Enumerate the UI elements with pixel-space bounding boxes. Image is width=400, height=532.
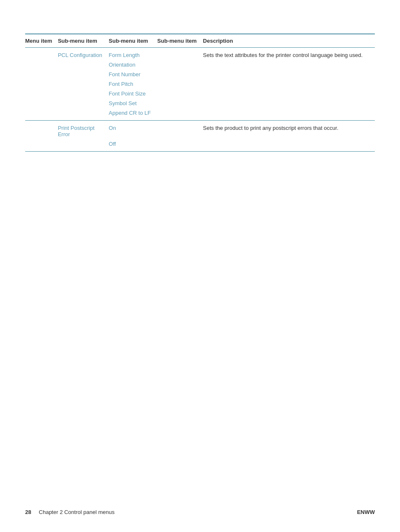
font-number-label: Font Number: [109, 71, 140, 77]
table-row: PCL Configuration Form Length Sets the t…: [25, 48, 375, 60]
symbol-set-label: Symbol Set: [109, 100, 136, 106]
col-sub-menu-1: Sub-menu item: [58, 34, 109, 48]
page-number: 28: [25, 509, 31, 515]
sub-menu1-cell: [58, 89, 109, 98]
sub-menu1-cell: Print PostscriptError: [58, 121, 109, 139]
page-footer: 28 Chapter 2 Control panel menus ENWW: [25, 509, 375, 515]
sub-menu2-cell: Off: [109, 139, 157, 152]
sub-menu2-cell: Font Point Size: [109, 89, 157, 98]
description-cell: Sets the product to print any postscript…: [203, 121, 375, 139]
menu-item-cell: [25, 139, 58, 152]
sub-menu1-cell: [58, 139, 109, 152]
sub-menu1-cell: [58, 79, 109, 89]
sub-menu3-cell: [157, 98, 203, 108]
print-postscript-label: Print PostscriptError: [58, 125, 94, 137]
table-row: Font Pitch: [25, 79, 375, 89]
sub-menu1-cell: [58, 60, 109, 70]
description-cell: [203, 89, 375, 98]
table-wrapper: Menu item Sub-menu item Sub-menu item Su…: [25, 34, 375, 152]
sub-menu1-cell: [58, 98, 109, 108]
col-menu-item: Menu item: [25, 34, 58, 48]
col-sub-menu-3: Sub-menu item: [157, 34, 203, 48]
menu-item-cell: [25, 108, 58, 121]
sub-menu3-cell: [157, 139, 203, 152]
menu-item-cell: [25, 79, 58, 89]
sub-menu3-cell: [157, 79, 203, 89]
table-row: Font Point Size: [25, 89, 375, 98]
sub-menu2-cell: Append CR to LF: [109, 108, 157, 121]
sub-menu1-cell: [58, 70, 109, 79]
description-cell: [203, 108, 375, 121]
sub-menu3-cell: [157, 89, 203, 98]
sub-menu2-cell: Symbol Set: [109, 98, 157, 108]
sub-menu1-cell: PCL Configuration: [58, 48, 109, 60]
sub-menu3-cell: [157, 108, 203, 121]
menu-item-cell: [25, 121, 58, 139]
sub-menu2-cell: Font Pitch: [109, 79, 157, 89]
main-table: Menu item Sub-menu item Sub-menu item Su…: [25, 34, 375, 152]
description-cell: [203, 98, 375, 108]
sub-menu2-cell: Form Length: [109, 48, 157, 60]
sub-menu1-cell: [58, 108, 109, 121]
off-label: Off: [109, 141, 116, 147]
sub-menu3-cell: [157, 60, 203, 70]
menu-item-cell: [25, 89, 58, 98]
sub-menu3-cell: [157, 121, 203, 139]
table-row: Font Number: [25, 70, 375, 79]
table-row: Symbol Set: [25, 98, 375, 108]
col-sub-menu-2: Sub-menu item: [109, 34, 157, 48]
menu-item-cell: [25, 60, 58, 70]
description-cell: [203, 60, 375, 70]
font-point-size-label: Font Point Size: [109, 90, 145, 97]
print-postscript-description: Sets the product to print any postscript…: [203, 125, 338, 131]
footer-left: 28 Chapter 2 Control panel menus: [25, 509, 114, 515]
sub-menu3-cell: [157, 48, 203, 60]
description-cell: [203, 79, 375, 89]
orientation-label: Orientation: [109, 62, 135, 68]
description-cell: Sets the text attributes for the printer…: [203, 48, 375, 60]
col-description: Description: [203, 34, 375, 48]
table-row: Append CR to LF: [25, 108, 375, 121]
pcl-config-description: Sets the text attributes for the printer…: [203, 52, 363, 58]
on-label: On: [109, 125, 116, 131]
sub-menu2-cell: Font Number: [109, 70, 157, 79]
form-length-label: Form Length: [109, 52, 140, 58]
sub-menu2-cell: Orientation: [109, 60, 157, 70]
description-cell: [203, 139, 375, 152]
pcl-config-label: PCL Configuration: [58, 52, 102, 58]
sub-menu2-cell: On: [109, 121, 157, 139]
table-header-row: Menu item Sub-menu item Sub-menu item Su…: [25, 34, 375, 48]
menu-item-cell: [25, 70, 58, 79]
menu-item-cell: [25, 48, 58, 60]
table-row: Off: [25, 139, 375, 152]
font-pitch-label: Font Pitch: [109, 81, 133, 87]
sub-menu3-cell: [157, 70, 203, 79]
table-row: Orientation: [25, 60, 375, 70]
page-container: Menu item Sub-menu item Sub-menu item Su…: [0, 0, 400, 532]
description-cell: [203, 70, 375, 79]
chapter-text: Chapter 2 Control panel menus: [39, 509, 115, 515]
menu-item-cell: [25, 98, 58, 108]
table-row: Print PostscriptError On Sets the produc…: [25, 121, 375, 139]
append-cr-to-lf-label: Append CR to LF: [109, 110, 151, 116]
footer-brand: ENWW: [357, 509, 375, 515]
